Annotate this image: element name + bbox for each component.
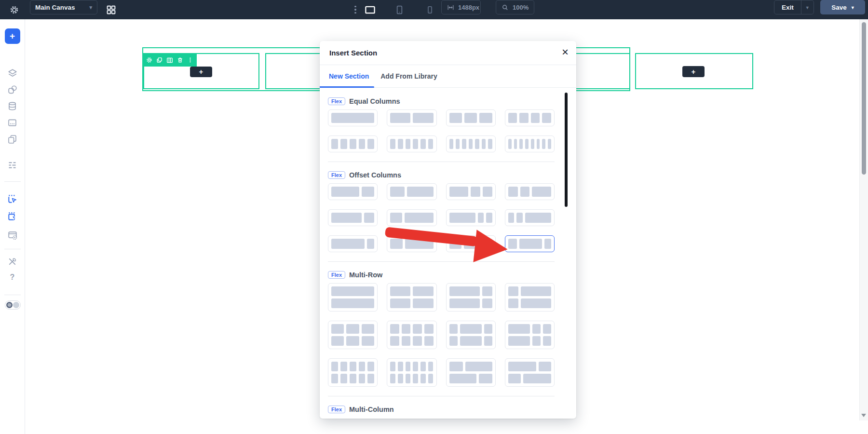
- layout-block: [482, 286, 492, 296]
- close-icon[interactable]: ×: [562, 46, 569, 58]
- page-scrollbar-thumb[interactable]: [862, 22, 866, 175]
- layout-tile[interactable]: [387, 321, 436, 349]
- layout-tile[interactable]: [446, 235, 496, 252]
- layout-tile[interactable]: [505, 109, 555, 126]
- tablet-view-button[interactable]: [393, 0, 406, 19]
- layout-block: [523, 374, 551, 383]
- layout-tile[interactable]: [387, 235, 436, 252]
- tab-new-section[interactable]: New Section: [329, 72, 369, 80]
- layout-tile[interactable]: [328, 321, 378, 349]
- add-element-to-column-button[interactable]: +: [682, 66, 705, 77]
- layout-tile[interactable]: [446, 358, 496, 387]
- layout-block: [478, 213, 484, 223]
- layout-tile[interactable]: [505, 358, 555, 387]
- tools-wrench-icon[interactable]: [7, 256, 18, 267]
- layout-block: [508, 113, 517, 123]
- canvas-width-control[interactable]: 1488px: [441, 0, 481, 14]
- select-element-icon[interactable]: [7, 193, 18, 204]
- design-library-icon[interactable]: [7, 84, 18, 95]
- phone-view-button[interactable]: [423, 0, 436, 19]
- layout-tile[interactable]: [328, 109, 378, 126]
- mode-toggle[interactable]: [5, 300, 21, 310]
- layout-block: [390, 239, 403, 249]
- layout-tile[interactable]: [387, 283, 436, 312]
- scrollbar-down-arrow-icon[interactable]: [861, 414, 866, 417]
- layout-tile[interactable]: [328, 283, 378, 312]
- chevron-down-icon: ▾: [89, 4, 92, 11]
- layout-tile[interactable]: [446, 209, 496, 226]
- form-card-icon[interactable]: [7, 117, 18, 128]
- select-children-icon[interactable]: [7, 210, 18, 222]
- element-settings-gear-icon[interactable]: [145, 56, 153, 64]
- exit-dropdown-chevron-icon[interactable]: ▾: [801, 0, 814, 14]
- layout-block: [508, 139, 512, 149]
- layout-tile[interactable]: [446, 283, 496, 312]
- layout-tile[interactable]: [387, 358, 436, 387]
- layout-tile[interactable]: [505, 183, 555, 200]
- layout-tile[interactable]: [505, 283, 555, 312]
- layout-tile[interactable]: [505, 209, 555, 226]
- columns-icon[interactable]: [166, 56, 174, 64]
- layout-tile[interactable]: [505, 136, 555, 152]
- layout-tile[interactable]: [505, 321, 555, 349]
- builder-settings-gear-icon[interactable]: [7, 0, 21, 19]
- tab-add-from-library[interactable]: Add From Library: [380, 72, 437, 80]
- layout-tile[interactable]: [328, 358, 378, 387]
- layout-tile[interactable]: [446, 136, 496, 152]
- help-icon[interactable]: ?: [7, 271, 18, 283]
- layout-tile[interactable]: [387, 209, 436, 226]
- layout-block: [521, 298, 551, 308]
- modal-header: Insert Section ×: [320, 41, 576, 65]
- add-element-to-column-button[interactable]: +: [190, 67, 212, 77]
- modal-scrollbar-thumb[interactable]: [565, 93, 568, 207]
- layout-block: [413, 139, 418, 149]
- layout-block: [508, 374, 521, 383]
- layout-tile[interactable]: [328, 183, 378, 200]
- structure-list-icon[interactable]: [7, 159, 18, 171]
- canvas-selector-dropdown[interactable]: Main Canvas ▾: [30, 0, 97, 14]
- layout-block: [531, 113, 540, 123]
- layout-block: [462, 139, 466, 149]
- layout-tile[interactable]: [387, 136, 436, 152]
- layout-block: [482, 139, 486, 149]
- layout-block: [340, 362, 347, 371]
- layout-block: [537, 139, 540, 149]
- grid-view-icon[interactable]: [105, 0, 117, 19]
- kebab-menu-icon[interactable]: [352, 0, 359, 19]
- layout-tile[interactable]: [505, 235, 555, 252]
- layout-block: [471, 187, 480, 197]
- layout-tile[interactable]: [328, 209, 378, 226]
- zoom-control[interactable]: 100%: [496, 0, 534, 14]
- sidebar-divider: [4, 181, 21, 182]
- layout-block: [525, 213, 551, 223]
- desktop-view-button[interactable]: [363, 0, 377, 19]
- save-button[interactable]: Save ▾: [820, 0, 865, 14]
- duplicate-icon[interactable]: [156, 56, 163, 64]
- add-element-button[interactable]: +: [5, 28, 20, 44]
- mode-toggle-gear-icon: [6, 302, 13, 308]
- more-kebab-icon[interactable]: [187, 56, 194, 64]
- layout-tile[interactable]: [446, 109, 496, 126]
- layout-tile[interactable]: [446, 321, 496, 349]
- layout-tile[interactable]: [387, 109, 436, 126]
- layout-block: [464, 113, 477, 123]
- layout-block: [531, 139, 534, 149]
- layout-tile[interactable]: [387, 183, 436, 200]
- zoom-magnifier-icon: [502, 4, 509, 11]
- flex-badge: Flex: [328, 97, 345, 105]
- layers-icon[interactable]: [7, 68, 18, 79]
- templates-copy-icon[interactable]: [7, 133, 18, 145]
- layout-block: [331, 286, 374, 296]
- flex-badge: Flex: [328, 271, 345, 279]
- layout-block: [359, 362, 366, 371]
- layout-tile[interactable]: [328, 136, 378, 152]
- layout-tile[interactable]: [446, 183, 496, 200]
- layout-tile[interactable]: [328, 235, 378, 252]
- save-dropdown-chevron-icon: ▾: [852, 5, 854, 10]
- global-settings-window-icon[interactable]: [7, 230, 18, 241]
- sidebar-divider: [4, 295, 21, 295]
- delete-trash-icon[interactable]: [176, 56, 184, 64]
- layout-block: [331, 213, 362, 223]
- database-icon[interactable]: [7, 100, 18, 112]
- exit-button[interactable]: Exit: [774, 0, 801, 14]
